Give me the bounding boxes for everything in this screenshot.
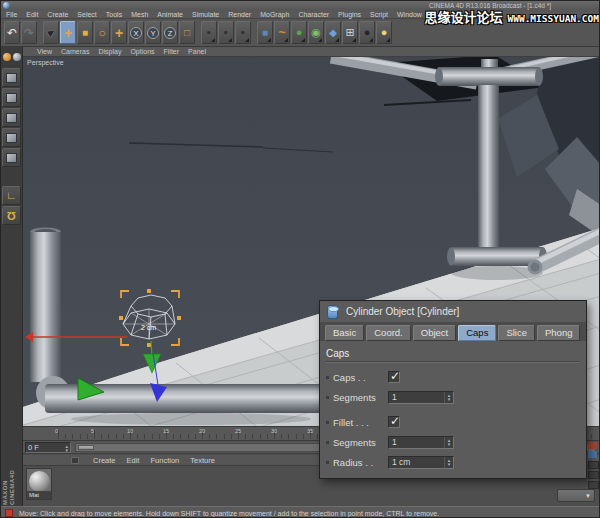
param-dot (326, 441, 329, 444)
cinema4d-window: CINEMA 4D R13.016 Broadcast - [1.c4d *] … (0, 0, 600, 518)
snap-magnet-icon[interactable]: Ω (2, 206, 21, 225)
vp-menu-filter[interactable]: Filter (164, 48, 180, 55)
material-menu-icon[interactable] (71, 457, 79, 464)
frame-spinner[interactable]: ▴▾ (65, 444, 68, 452)
render-view-icon[interactable]: ▪ (201, 21, 217, 44)
undo-icon[interactable]: ↶ (4, 21, 20, 44)
panel-title-bar[interactable]: Cylinder Object [Cylinder] (320, 301, 586, 322)
fillet-checkbox[interactable]: ✓ (388, 416, 400, 428)
render-picture-viewer-icon[interactable]: ▪ (218, 21, 234, 44)
mat-menu-create[interactable]: Create (93, 456, 116, 465)
viewport-menu: View Cameras Display Options Filter Pane… (23, 47, 600, 57)
segments-spinner[interactable]: ▴▾ (444, 392, 453, 403)
fillet-row: Fillet . . . ✓ (326, 414, 580, 430)
add-environment-icon[interactable]: ◆ (325, 21, 341, 44)
model-mode-icon[interactable] (2, 68, 21, 87)
menu-item-tools[interactable]: Tools (106, 11, 122, 18)
panel-tabs: Basic Coord. Object Caps Slice Phong (320, 322, 586, 341)
render-settings-icon[interactable]: ▪ (235, 21, 251, 44)
mat-menu-function[interactable]: Function (150, 456, 179, 465)
tab-slice[interactable]: Slice (498, 325, 535, 341)
radius-spinner[interactable]: ▴▾ (444, 457, 453, 468)
mat-menu-texture[interactable]: Texture (190, 456, 215, 465)
menu-item-render[interactable]: Render (228, 11, 251, 18)
status-bar: Move: Click and drag to move elements. H… (1, 506, 600, 518)
coord-field[interactable] (588, 481, 599, 489)
app-logo-icon[interactable] (3, 2, 10, 9)
vp-menu-view[interactable]: View (37, 48, 52, 55)
material-thumbnail[interactable]: Mat (26, 468, 52, 500)
polygons-mode-icon[interactable] (2, 148, 21, 167)
param-dot (326, 421, 329, 424)
object-info-dropdown[interactable]: ▼ (557, 489, 595, 502)
playhead-handle[interactable] (78, 445, 94, 450)
vp-menu-options[interactable]: Options (130, 48, 154, 55)
caps-segments-input[interactable]: 1 ▴▾ (388, 391, 454, 404)
live-selection-icon[interactable]: ▶ (43, 21, 59, 44)
ruler-number: 0 (55, 428, 58, 434)
menu-item-file[interactable]: File (6, 11, 17, 18)
menu-item-simulate[interactable]: Simulate (192, 11, 219, 18)
menu-item-create[interactable]: Create (47, 11, 68, 18)
current-frame-field[interactable]: 0 F ▴▾ (25, 442, 71, 453)
mat-menu-edit[interactable]: Edit (127, 456, 140, 465)
menu-item-animate[interactable]: Animate (157, 11, 183, 18)
vp-menu-display[interactable]: Display (98, 48, 121, 55)
fillet-segments-row: Segments 1 ▴▾ (326, 434, 580, 450)
lock-y-axis-button[interactable]: Y (145, 21, 161, 44)
segments-spinner[interactable]: ▴▾ (444, 437, 453, 448)
caps-checkbox[interactable]: ✓ (388, 371, 400, 383)
last-used-tool-icon[interactable]: + (111, 21, 127, 44)
segments-label: Segments (333, 437, 388, 448)
tab-basic[interactable]: Basic (325, 325, 364, 341)
move-tool-icon[interactable]: + (60, 21, 76, 44)
ruler-number: 30 (271, 428, 277, 434)
watermark-url-text: WWW.MISSYUAN.COM (507, 13, 599, 24)
menu-item-select[interactable]: Select (77, 11, 96, 18)
ruler-number: 20 (199, 428, 205, 434)
coord-icon-blue[interactable] (588, 451, 597, 458)
points-mode-icon[interactable] (2, 108, 21, 127)
redo-icon[interactable]: ↷ (21, 21, 37, 44)
ruler-number: 15 (163, 428, 169, 434)
ruler-number: 10 (127, 428, 133, 434)
menu-item-edit[interactable]: Edit (26, 11, 38, 18)
add-spline-icon[interactable]: ~ (274, 21, 290, 44)
add-subdivision-surface-icon[interactable]: ● (291, 21, 307, 44)
axis-mode-icon[interactable]: ∟ (2, 186, 21, 205)
material-sphere-preview (29, 471, 50, 492)
lock-x-axis-button[interactable]: X (128, 21, 144, 44)
scale-tool-icon[interactable]: ■ (77, 21, 93, 44)
texture-mode-icon[interactable] (2, 88, 21, 107)
tab-object[interactable]: Object (413, 325, 456, 341)
vp-menu-panel[interactable]: Panel (188, 48, 206, 55)
param-dot (326, 396, 329, 399)
coord-field[interactable] (588, 471, 599, 479)
gizmo-size-label: 2 cm (141, 324, 156, 331)
vp-menu-cameras[interactable]: Cameras (61, 48, 89, 55)
rotate-tool-icon[interactable]: ○ (94, 21, 110, 44)
lock-z-axis-button[interactable]: Z (162, 21, 178, 44)
status-stop-icon[interactable] (5, 509, 13, 517)
coord-icon-red[interactable] (588, 442, 597, 449)
caps-label: Caps . . (333, 372, 388, 383)
tab-phong[interactable]: Phong (537, 325, 580, 341)
panel-title: Cylinder Object [Cylinder] (346, 306, 459, 317)
fillet-segments-input[interactable]: 1 ▴▾ (388, 436, 454, 449)
tab-coord[interactable]: Coord. (366, 325, 411, 341)
menu-item-character[interactable]: Character (298, 11, 329, 18)
viewport-camera-label[interactable]: Perspective (27, 59, 64, 66)
add-deformer-icon[interactable]: ◉ (308, 21, 324, 44)
maxon-logo: MAXON CINEMA4D (2, 453, 22, 505)
convert-to-editable-icon[interactable] (2, 49, 22, 65)
menu-item-mograph[interactable]: MoGraph (260, 11, 289, 18)
coordinate-system-icon[interactable]: □ (179, 21, 195, 44)
tab-caps[interactable]: Caps (458, 325, 496, 341)
fillet-radius-input[interactable]: 1 cm ▴▾ (388, 456, 454, 469)
menu-item-mesh[interactable]: Mesh (131, 11, 148, 18)
add-cube-icon[interactable]: ■ (257, 21, 273, 44)
coord-field[interactable] (588, 461, 599, 469)
add-floor-icon[interactable]: ⊞ (342, 21, 358, 44)
edges-mode-icon[interactable] (2, 128, 21, 147)
menu-item-plugins[interactable]: Plugins (338, 11, 361, 18)
